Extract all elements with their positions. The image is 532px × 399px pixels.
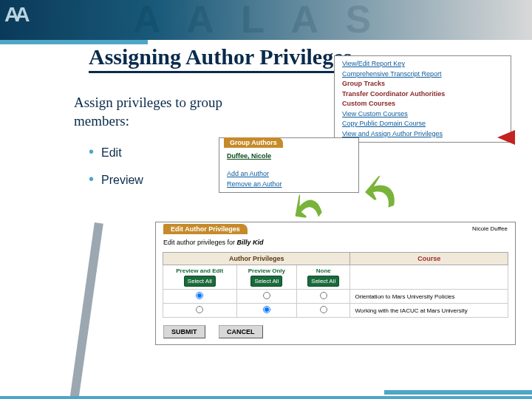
admin-menu-panel: View/Edit Report Key Comprehensive Trans… — [334, 55, 511, 143]
priv-radio[interactable] — [196, 292, 203, 299]
accent-bar — [384, 390, 532, 395]
menu-link-assign-privileges[interactable]: View and Assign Author Privileges — [342, 129, 503, 140]
menu-link[interactable]: View Custom Courses — [342, 109, 503, 120]
col-label: Preview Only — [242, 267, 293, 274]
submit-button[interactable]: SUBMIT — [163, 325, 205, 338]
table-row: Working with the IACUC at Mars Universit… — [163, 304, 508, 318]
edit-privileges-subtitle: Edit author privileges for Billy Kid — [163, 239, 508, 246]
current-user-label: Nicole Duffee — [472, 225, 508, 232]
priv-radio[interactable] — [320, 306, 327, 313]
course-cell: Orientation to Mars University Policies — [350, 290, 508, 304]
cancel-button[interactable]: CANCEL — [219, 325, 263, 338]
group-authors-tab: Group Authors — [224, 137, 283, 148]
privileges-header: Author Privileges — [163, 253, 350, 265]
priv-radio[interactable] — [263, 292, 270, 299]
intro-text: Assign privileges to group members: — [74, 94, 266, 130]
accent-bar — [0, 396, 532, 399]
banner-logo: AA — [4, 3, 25, 27]
privileges-table: Author Privileges Course Preview and Edi… — [163, 252, 508, 318]
author-name-link[interactable]: Duffee, Nicole — [227, 152, 271, 160]
menu-link[interactable]: View/Edit Report Key — [342, 59, 503, 69]
select-all-button[interactable]: Select All — [184, 276, 216, 287]
priv-radio[interactable] — [196, 306, 203, 313]
priv-radio[interactable] — [263, 306, 270, 313]
edit-privileges-tab: Edit Author Privileges — [163, 224, 248, 234]
add-author-link[interactable]: Add an Author — [227, 170, 351, 177]
menu-header: Group Tracks — [342, 79, 503, 89]
col-label: None — [301, 267, 345, 274]
group-authors-panel: Group Authors Duffee, Nicole Add an Auth… — [219, 137, 359, 193]
menu-link[interactable]: Copy Public Domain Course — [342, 119, 503, 129]
menu-header: Custom Courses — [342, 99, 503, 109]
edit-privileges-panel: Nicole Duffee Edit Author Privileges Edi… — [155, 222, 516, 345]
course-cell: Working with the IACUC at Mars Universit… — [350, 304, 508, 318]
table-row: Orientation to Mars University Policies — [163, 290, 508, 304]
select-all-button[interactable]: Select All — [250, 276, 282, 287]
course-header: Course — [350, 253, 508, 265]
edge-decor — [53, 222, 103, 399]
select-all-button[interactable]: Select All — [307, 276, 339, 287]
priv-radio[interactable] — [320, 292, 327, 299]
col-label: Preview and Edit — [168, 267, 232, 274]
menu-link[interactable]: Comprehensive Transcript Report — [342, 69, 503, 80]
menu-header: Transfer Coordinator Authorities — [342, 89, 503, 100]
slide-banner: AA A A L A S — [0, 0, 532, 40]
banner-watermark: A A L A S — [133, 0, 380, 40]
callout-arrow-icon — [497, 130, 515, 145]
accent-bar — [0, 40, 148, 44]
remove-author-link[interactable]: Remove an Author — [227, 180, 351, 188]
